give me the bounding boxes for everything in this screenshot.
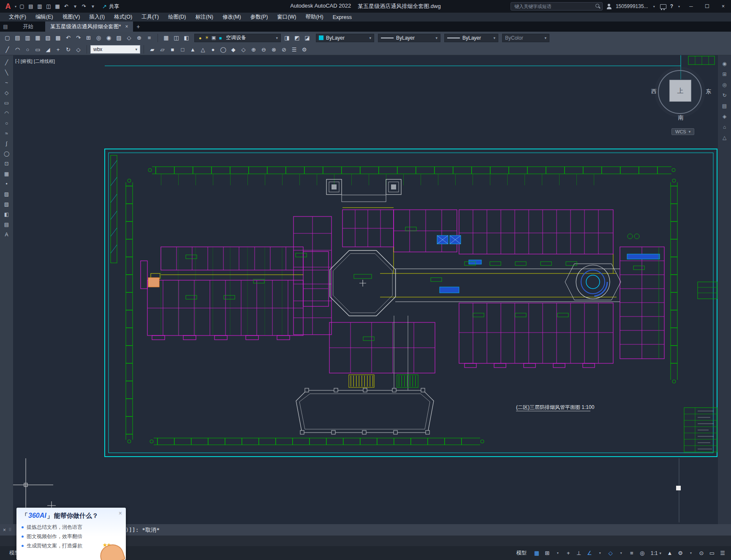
customize-icon[interactable]: ☰ xyxy=(717,549,728,558)
move-icon[interactable]: + xyxy=(53,45,63,54)
menu-item-4[interactable]: 格式(O) xyxy=(109,14,137,21)
new-tab-button[interactable]: + xyxy=(133,22,143,32)
lineweight-combo[interactable]: ByLayer ▾ xyxy=(444,34,498,42)
mtext-tool-icon[interactable]: A xyxy=(2,230,11,238)
region-icon[interactable]: ◇ xyxy=(239,45,248,54)
wcs-dropdown[interactable]: WCS ▾ xyxy=(671,128,694,135)
share-button[interactable]: ↗ 共享 xyxy=(102,3,119,10)
layer-properties-icon[interactable]: ▦ xyxy=(161,33,171,42)
menu-item-6[interactable]: 绘图(D) xyxy=(163,14,190,21)
redo-icon[interactable]: ↷ xyxy=(73,33,83,42)
save-icon[interactable]: ▥ xyxy=(35,2,44,11)
dim-aligned-icon[interactable]: ▱ xyxy=(158,45,167,54)
dim-radius-icon[interactable]: ■ xyxy=(168,45,177,54)
match-properties-icon[interactable]: ▧ xyxy=(43,33,53,42)
osnap-icon[interactable]: ⊕ xyxy=(134,33,144,42)
menu-item-0[interactable]: 文件(F) xyxy=(4,14,31,21)
menu-item-1[interactable]: 编辑(E) xyxy=(31,14,58,21)
viewcube-south-label[interactable]: 南 xyxy=(678,114,684,122)
viewport-controls[interactable]: [-] [俯视] [二维线框] xyxy=(15,58,55,65)
plotstyle-combo[interactable]: ByColor ▾ xyxy=(502,34,549,42)
ad-feature-item[interactable]: 提炼总结文档，润色语言 xyxy=(22,524,121,531)
properties-icon[interactable]: ≡ xyxy=(144,33,154,42)
hatch-gradient-icon[interactable]: ◆ xyxy=(228,45,238,54)
ad-feature-item[interactable]: 图文视频创作，效率翻倍 xyxy=(22,533,121,540)
text-icon[interactable]: ▲ xyxy=(188,45,198,54)
command-close-icon[interactable]: × xyxy=(3,527,6,533)
new-file-icon[interactable]: ▢ xyxy=(3,33,12,42)
line-tool-icon[interactable]: ╱ xyxy=(2,58,11,66)
steering-wheel-icon[interactable]: ◈ xyxy=(720,113,729,120)
open-file-icon[interactable]: ▤ xyxy=(27,2,35,11)
undo-icon[interactable]: ↶ xyxy=(62,2,71,11)
layer-combo[interactable]: ●☀▣■ 空调设备 ▾ xyxy=(194,34,281,42)
table-tool-icon[interactable]: ▤ xyxy=(2,220,11,228)
zoom-icon[interactable]: ◎ xyxy=(94,33,103,42)
offset-icon[interactable]: ◇ xyxy=(73,45,83,54)
osnap-icon[interactable]: ◇ xyxy=(606,549,616,558)
layer-freeze-icon[interactable]: ◨ xyxy=(282,33,292,42)
text-style-combo[interactable]: wbx ▾ xyxy=(90,45,140,54)
maximize-button[interactable]: ☐ xyxy=(701,0,713,13)
circle-icon[interactable]: ○ xyxy=(23,45,33,54)
viewport-view-control[interactable]: [俯视] xyxy=(21,58,33,65)
help-caret-icon[interactable]: ▾ xyxy=(677,2,681,11)
arc-tool-icon[interactable]: ◠ xyxy=(2,109,11,117)
menu-item-12[interactable]: Express xyxy=(328,14,356,20)
tab-overview-icon[interactable]: ▤ xyxy=(0,22,11,32)
close-button[interactable]: × xyxy=(717,0,729,13)
snap-caret-icon[interactable]: ▾ xyxy=(553,549,563,558)
rectangle-icon[interactable]: ▭ xyxy=(33,45,43,54)
menu-item-5[interactable]: 工具(T) xyxy=(137,14,163,21)
new-file-icon[interactable]: ▢ xyxy=(18,2,26,11)
viewcube-top-face[interactable]: 上 xyxy=(669,80,691,102)
block-icon[interactable]: ▩ xyxy=(53,33,63,42)
construction-line-tool-icon[interactable]: ╲ xyxy=(2,68,11,76)
viewcube[interactable]: 上 西 东 南 xyxy=(654,66,708,120)
minimize-button[interactable]: ─ xyxy=(685,0,697,13)
snap-icon[interactable]: ⊞ xyxy=(542,549,552,558)
account-id[interactable]: 1505999135... xyxy=(616,3,648,9)
menu-item-3[interactable]: 插入(I) xyxy=(84,14,109,21)
revision-cloud-tool-icon[interactable]: ≈ xyxy=(2,129,11,137)
viewport-visualstyle-control[interactable]: [二维线框] xyxy=(34,58,55,65)
insert-block-tool-icon[interactable]: ⊡ xyxy=(2,160,11,168)
menu-item-8[interactable]: 修改(M) xyxy=(218,14,246,21)
plot-icon[interactable]: ▦ xyxy=(33,33,43,42)
redo-caret-icon[interactable]: ▾ xyxy=(89,2,97,11)
annotation-monitor-icon[interactable]: ⊙ xyxy=(696,549,707,558)
point-tool-icon[interactable]: • xyxy=(2,180,11,188)
mtext-icon[interactable]: △ xyxy=(198,45,208,54)
zoom-extents-icon[interactable]: ◉ xyxy=(104,33,114,42)
undo-caret-icon[interactable]: ▾ xyxy=(71,2,79,11)
dim-linear-icon[interactable]: ▰ xyxy=(147,45,157,54)
ellipse-tool-icon[interactable]: ◯ xyxy=(2,149,11,157)
logo-caret-icon[interactable]: ▾ xyxy=(14,2,18,11)
undo-icon[interactable]: ↶ xyxy=(63,33,73,42)
list-icon[interactable]: ☰ xyxy=(289,45,299,54)
viewport-minimize-control[interactable]: [-] xyxy=(15,58,19,65)
workspace-gear-icon[interactable]: ⚙ xyxy=(675,549,685,558)
arc-icon[interactable]: ◠ xyxy=(13,45,22,54)
grid-icon[interactable]: ▦ xyxy=(532,549,542,558)
open-file-icon[interactable]: ▤ xyxy=(13,33,22,42)
search-input[interactable] xyxy=(511,2,603,11)
rectangle-tool-icon[interactable]: ▭ xyxy=(2,99,11,107)
help-icon[interactable]: ? xyxy=(670,3,673,9)
autocad-logo[interactable]: A xyxy=(3,1,14,11)
divide-icon[interactable]: ⊘ xyxy=(279,45,289,54)
table-icon[interactable]: ● xyxy=(208,45,218,54)
ungroup-icon[interactable]: ⊖ xyxy=(259,45,269,54)
menu-item-9[interactable]: 参数(P) xyxy=(246,14,273,21)
menu-item-7[interactable]: 标注(N) xyxy=(191,14,218,21)
menu-item-2[interactable]: 视图(V) xyxy=(58,14,85,21)
hatch-icon[interactable]: ▨ xyxy=(114,33,124,42)
layer-isolate-icon[interactable]: ◧ xyxy=(182,33,191,42)
settings-icon[interactable]: ⚙ xyxy=(299,45,309,54)
create-block-tool-icon[interactable]: ▦ xyxy=(2,170,11,178)
dynamic-input-icon[interactable]: + xyxy=(563,549,573,558)
circle-tool-icon[interactable]: ○ xyxy=(2,119,11,127)
zoom-nav-icon[interactable]: ◎ xyxy=(720,81,729,89)
polyline-tool-icon[interactable]: ~ xyxy=(2,78,11,87)
layer-off-icon[interactable]: ◩ xyxy=(292,33,302,42)
